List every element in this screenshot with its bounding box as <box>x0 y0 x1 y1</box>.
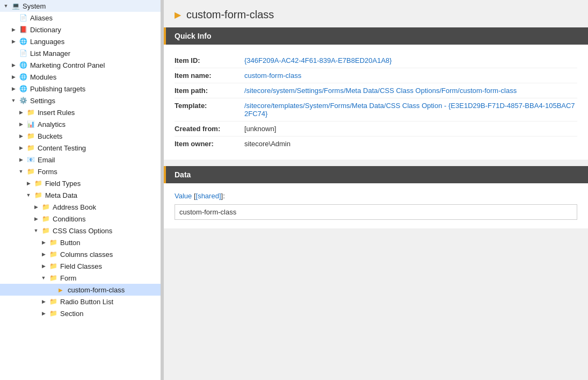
sidebar-item-publishing-targets[interactable]: 🌐Publishing targets <box>0 83 161 95</box>
sidebar-item-email[interactable]: 📧Email <box>0 154 161 166</box>
info-value: [unknown] <box>244 125 276 133</box>
label-radio-button-list: Radio Button List <box>59 298 113 306</box>
arrow-languages <box>10 39 17 44</box>
sidebar-item-list-manager[interactable]: 📄List Manager <box>0 47 161 59</box>
sidebar-item-address-book[interactable]: 📁Address Book <box>0 201 161 213</box>
sidebar-item-dictionary[interactable]: 📕Dictionary <box>0 24 161 35</box>
label-content-testing: Content Testing <box>37 144 86 152</box>
sidebar-item-forms[interactable]: 📁Forms <box>0 166 161 177</box>
label-marketing-control-panel: Marketing Control Panel <box>29 61 105 69</box>
sidebar-item-meta-data[interactable]: 📁Meta Data <box>0 189 161 201</box>
main-content: ▶ custom-form-class Quick Info Item ID:{… <box>164 0 588 380</box>
sidebar-item-settings[interactable]: ⚙️Settings <box>0 95 161 106</box>
arrow-columns-classes <box>40 252 47 257</box>
label-form: Form <box>59 274 76 282</box>
arrow-settings <box>10 98 17 103</box>
sidebar-item-section[interactable]: 📁Section <box>0 307 161 319</box>
sidebar-item-modules[interactable]: 🌐Modules <box>0 71 161 83</box>
icon-languages: 🌐 <box>19 37 27 46</box>
icon-css-class-options: 📁 <box>41 226 50 235</box>
sidebar-item-system[interactable]: 💻System <box>0 0 161 12</box>
info-label: Item path: <box>175 87 244 95</box>
label-analytics: Analytics <box>37 120 66 128</box>
label-field-types: Field Types <box>44 180 81 188</box>
value-input[interactable] <box>175 204 577 220</box>
icon-forms: 📁 <box>26 167 35 176</box>
arrow-field-types <box>25 181 32 186</box>
label-section: Section <box>59 310 83 318</box>
icon-modules: 🌐 <box>19 73 27 81</box>
sidebar-item-content-testing[interactable]: 📁Content Testing <box>0 142 161 154</box>
info-value: /sitecore/templates/System/Forms/Meta Da… <box>244 102 577 118</box>
arrow-form <box>40 275 47 281</box>
icon-address-book: 📁 <box>41 203 50 211</box>
label-settings: Settings <box>29 97 55 105</box>
data-section: Data Value [[shared]]: <box>164 166 588 235</box>
label-css-class-options: CSS Class Options <box>52 227 112 235</box>
info-row: Item path:/sitecore/system/Settings/Form… <box>175 83 577 98</box>
info-label: Item owner: <box>175 140 244 148</box>
info-label: Template: <box>175 102 244 110</box>
sidebar-item-languages[interactable]: 🌐Languages <box>0 35 161 47</box>
sidebar-item-button[interactable]: 📁Button <box>0 236 161 248</box>
sidebar-item-field-classes[interactable]: 📁Field Classes <box>0 260 161 272</box>
label-modules: Modules <box>29 73 56 81</box>
arrow-insert-rules <box>17 110 25 115</box>
label-publishing-targets: Publishing targets <box>29 85 85 93</box>
label-forms: Forms <box>37 168 57 176</box>
icon-section: 📁 <box>49 309 57 318</box>
arrow-modules <box>10 74 17 80</box>
sidebar: 💻System📄Aliases📕Dictionary🌐Languages📄Lis… <box>0 0 161 380</box>
label-dictionary: Dictionary <box>29 26 61 34</box>
arrow-conditions <box>32 216 40 221</box>
arrow-publishing-targets <box>10 86 17 91</box>
quick-info-section: Quick Info Item ID:{346F209A-AC42-4F61-8… <box>164 27 588 166</box>
value-label: Value [[shared]]: <box>175 192 577 200</box>
icon-columns-classes: 📁 <box>49 250 57 259</box>
info-row: Template:/sitecore/templates/System/Form… <box>175 98 577 121</box>
label-meta-data: Meta Data <box>44 191 77 199</box>
sidebar-item-insert-rules[interactable]: 📁Insert Rules <box>0 106 161 118</box>
sidebar-item-analytics[interactable]: 📊Analytics <box>0 118 161 130</box>
arrow-analytics <box>17 121 25 127</box>
icon-list-manager: 📄 <box>19 49 27 58</box>
label-conditions: Conditions <box>52 215 85 223</box>
info-value: custom-form-class <box>244 71 301 80</box>
info-row: Item ID:{346F209A-AC42-4F61-839A-E7B8ED2… <box>175 53 577 68</box>
sidebar-item-radio-button-list[interactable]: 📁Radio Button List <box>0 296 161 307</box>
sidebar-item-field-types[interactable]: 📁Field Types <box>0 177 161 189</box>
icon-publishing-targets: 🌐 <box>19 84 27 93</box>
sidebar-item-custom-form-class[interactable]: ▶custom-form-class <box>0 284 161 296</box>
info-value: /sitecore/system/Settings/Forms/Meta Dat… <box>244 87 517 95</box>
icon-dictionary: 📕 <box>19 25 27 34</box>
data-header: Data <box>164 166 588 183</box>
icon-email: 📧 <box>26 155 35 164</box>
sidebar-item-form[interactable]: 📁Form <box>0 272 161 284</box>
sidebar-item-aliases[interactable]: 📄Aliases <box>0 12 161 24</box>
info-label: Item name: <box>175 71 244 80</box>
arrow-content-testing <box>17 145 25 150</box>
info-label: Created from: <box>175 125 244 133</box>
page-title: custom-form-class <box>186 9 274 21</box>
page-header-arrow-icon: ▶ <box>175 10 181 20</box>
icon-analytics: 📊 <box>26 120 35 128</box>
icon-field-classes: 📁 <box>49 262 57 270</box>
sidebar-item-buckets[interactable]: 📁Buckets <box>0 130 161 142</box>
icon-insert-rules: 📁 <box>26 108 35 117</box>
sidebar-item-css-class-options[interactable]: 📁CSS Class Options <box>0 225 161 236</box>
sidebar-item-marketing-control-panel[interactable]: 🌐Marketing Control Panel <box>0 59 161 71</box>
label-languages: Languages <box>29 38 64 46</box>
arrow-forms <box>17 169 25 174</box>
icon-conditions: 📁 <box>41 214 50 223</box>
info-row: Item name:custom-form-class <box>175 68 577 83</box>
icon-meta-data: 📁 <box>34 191 42 199</box>
sidebar-item-columns-classes[interactable]: 📁Columns classes <box>0 248 161 260</box>
info-value: {346F209A-AC42-4F61-839A-E7B8ED20A1A8} <box>244 56 392 64</box>
arrow-email <box>17 157 25 162</box>
arrow-button <box>40 240 47 245</box>
arrow-system <box>2 3 10 9</box>
label-email: Email <box>37 156 55 164</box>
sidebar-item-conditions[interactable]: 📁Conditions <box>0 213 161 225</box>
label-button: Button <box>59 239 81 247</box>
icon-aliases: 📄 <box>19 13 27 22</box>
